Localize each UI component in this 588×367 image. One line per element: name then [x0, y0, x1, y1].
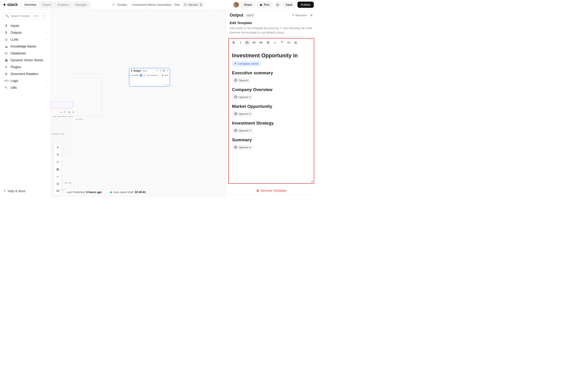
tab-workflow[interactable]: Workflow	[22, 2, 39, 8]
edit-template-heading: Edit Template	[230, 21, 313, 25]
chip-openai-2[interactable]: OpenAI 2	[232, 111, 253, 117]
utils-icon: ✎	[4, 86, 8, 90]
template-editor: B I H1 H2 H3 ☰ ≡ ❞ <> ⊡ Investment Oppor…	[228, 38, 314, 184]
collapse-sidebar-icon[interactable]: ⇤	[42, 15, 45, 17]
sidebar-item-llms[interactable]: ◎LLMs›	[3, 36, 48, 43]
quote-button[interactable]: ❞	[279, 40, 285, 45]
zoom-in-tool[interactable]: ⊕	[55, 152, 60, 157]
map-tool[interactable]: 🗺	[55, 189, 60, 194]
panel-icon[interactable]: ▭	[59, 110, 62, 114]
download-button[interactable]: 🗎Download	[147, 74, 158, 76]
tab-analytics[interactable]: Analytics	[54, 2, 72, 8]
sidebar-item-logic[interactable]: </>Logic›	[3, 77, 48, 84]
h1-button[interactable]: H1	[244, 40, 250, 45]
chip-openai-1[interactable]: OpenAI 1	[232, 94, 253, 100]
edit-icon[interactable]: ✎	[156, 69, 159, 72]
h2-button[interactable]: H2	[251, 40, 257, 45]
run-button[interactable]: ▶ Run	[257, 2, 273, 8]
editor-body[interactable]: Investment Opportunity in ⊕ Company name…	[229, 47, 314, 184]
play-icon: ▶	[260, 3, 262, 6]
formatted-toggle[interactable]	[140, 74, 143, 76]
sidebar-label: LLMs	[10, 38, 18, 41]
sidebar-item-outputs[interactable]: ⬆Outputs›	[3, 29, 48, 36]
partial-hint2: ecting the node.	[51, 132, 73, 136]
logo-text: stack	[7, 2, 18, 7]
connection-label: Completion	[75, 118, 83, 120]
close-icon[interactable]: ✕	[72, 110, 75, 114]
chip-openai[interactable]: OpenAI	[232, 78, 251, 83]
version-button[interactable]: ↻ Version ⇅	[182, 2, 204, 8]
help-button[interactable]: ? Help & More	[3, 187, 48, 195]
node-title: Output	[133, 69, 141, 72]
llm-icon: ◎	[4, 38, 8, 41]
chevron-right-icon: ›	[46, 38, 47, 41]
sidebar-item-docs[interactable]: 🗎Document Readers›	[3, 71, 48, 77]
sidebar-item-inputs[interactable]: ⬇Inputs›	[3, 23, 48, 29]
share-button[interactable]: Share	[241, 2, 255, 8]
italic-button[interactable]: I	[237, 40, 243, 45]
node-badge: out-0	[142, 70, 148, 72]
tab-manager[interactable]: Manager	[72, 2, 90, 8]
sidebar-item-vector[interactable]: ▦Dynamic Vector Stores›	[3, 57, 48, 63]
chip-openai-4[interactable]: OpenAI 4	[232, 145, 253, 150]
section-heading: Company Overview	[232, 87, 311, 92]
chip-openai-3[interactable]: OpenAI 3	[232, 128, 253, 133]
info-icon[interactable]: ⓘ	[159, 69, 162, 72]
search-icon: 🔍	[5, 14, 9, 18]
chevron-right-icon: ›	[46, 79, 47, 82]
node-port[interactable]	[128, 75, 130, 77]
tab-export[interactable]: Export	[40, 2, 54, 8]
sidebar-item-utils[interactable]: ✎Utils›	[3, 84, 48, 91]
runtime-badge: ⊙ 0.1 s	[164, 84, 169, 86]
gear-icon[interactable]: ⚙	[68, 110, 71, 114]
section-heading: Summary	[232, 137, 311, 142]
rp-title: Output	[230, 13, 243, 18]
chevron-right-icon: ›	[46, 31, 47, 34]
breadcrumb-page[interactable]: Investment Memo Generation - Test	[132, 3, 180, 6]
canvas[interactable]: Completion ⊕ Output out-0 ✎ ⓘ ⚙ ✕ Format…	[51, 10, 226, 198]
gear-icon[interactable]: ⚙	[162, 69, 165, 72]
partial-textarea[interactable]	[51, 118, 73, 132]
save-button[interactable]: Save	[283, 2, 296, 8]
clear-label: Clear	[164, 74, 168, 76]
add-tool-button[interactable]: + Add Tool	[61, 181, 73, 185]
node-output[interactable]: ⊕ Output out-0 ✎ ⓘ ⚙ ✕ Formatted ⧉ 🗎Down…	[129, 68, 170, 86]
code-button[interactable]: <>	[286, 40, 292, 45]
more-icon[interactable]: ⋮	[159, 74, 161, 76]
remove-template-button[interactable]: 🗑 Remove Template	[229, 186, 314, 195]
breadcrumb-folder[interactable]: Guides	[117, 3, 127, 6]
publish-button[interactable]: Publish	[297, 2, 314, 8]
sidebar-item-databases[interactable]: ⛁Databases›	[3, 50, 48, 56]
rp-badge: out-0	[245, 13, 255, 17]
chip-company-name[interactable]: ⊕ Company name	[232, 61, 261, 66]
copy-icon[interactable]: ⧉	[144, 74, 146, 76]
rename-label: Rename	[295, 14, 307, 17]
schedule-button[interactable]: ◴	[275, 2, 281, 8]
resize-handle[interactable]	[311, 180, 313, 182]
insert-node-button[interactable]: ⊡	[293, 40, 299, 45]
sidebar-item-knowledge[interactable]: ☁Knowledge Bases›	[3, 43, 48, 50]
status-dot-icon	[110, 191, 112, 193]
node-openai-partial[interactable]	[51, 101, 73, 108]
ordered-list-button[interactable]: ≡	[272, 40, 278, 45]
search-input[interactable]: 🔍 Search Nodes CtrlK ⇤	[3, 12, 48, 19]
fit-tool[interactable]: ▣	[55, 167, 60, 172]
panel-tool[interactable]: ▭	[55, 174, 60, 179]
bullet-list-button[interactable]: ☰	[265, 40, 271, 45]
zoom-out-tool[interactable]: ⊖	[55, 159, 60, 164]
close-panel-button[interactable]: ✕	[310, 13, 313, 17]
h3-button[interactable]: H3	[258, 40, 264, 45]
clear-button[interactable]: 🗑Clear	[162, 74, 168, 76]
rename-button[interactable]: ✎ Rename	[292, 14, 307, 17]
bold-button[interactable]: B	[231, 40, 237, 45]
avatar[interactable]	[233, 2, 239, 8]
grid-tool[interactable]: ⊞	[55, 181, 60, 186]
section-heading: Market Opportunity	[232, 104, 311, 109]
node-row-formatted: Formatted ⧉ 🗎Download ⋮ 🗑Clear	[129, 73, 170, 77]
sidebar-item-plugins[interactable]: ✦Plugins›	[3, 64, 48, 70]
cursor-tool[interactable]: ➤	[55, 144, 60, 150]
side-list: ⬇Inputs› ⬆Outputs› ◎LLMs› ☁Knowledge Bas…	[3, 23, 48, 91]
info-icon[interactable]: ⓘ	[63, 110, 67, 114]
close-icon[interactable]: ✕	[166, 69, 168, 72]
sidebar-label: Plugins	[10, 65, 21, 69]
